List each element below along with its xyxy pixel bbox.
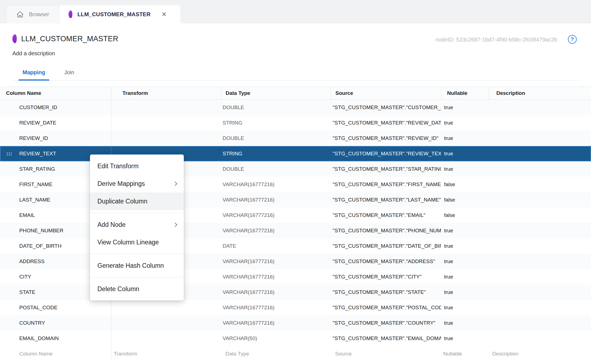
menu-group: Delete Column [90, 277, 184, 300]
menu-item-generate-hash-column[interactable]: Generate Hash Column [90, 257, 184, 274]
source-cell: "STG_CUSTOMER_MASTER"."LAST_NAME" [331, 192, 441, 208]
chevron-right-icon [173, 222, 177, 227]
table-row[interactable]: STAR_RATING DOUBLE "STG_CUSTOMER_MASTER"… [0, 161, 591, 177]
table-row[interactable]: POSTAL_CODE VARCHAR(16777216) "STG_CUSTO… [0, 300, 591, 315]
menu-item-view-column-lineage[interactable]: View Column Lineage [90, 233, 184, 251]
transform-cell[interactable] [111, 331, 221, 346]
table-row[interactable]: CITY VARCHAR(16777216) "STG_CUSTOMER_MAS… [0, 269, 591, 285]
description-cell[interactable] [489, 192, 591, 208]
nullable-cell[interactable]: false [441, 208, 489, 223]
tab-mapping[interactable]: Mapping [18, 65, 49, 80]
description-cell[interactable] [489, 238, 591, 254]
nullable-cell[interactable]: true [441, 115, 489, 131]
source-cell: "STG_CUSTOMER_MASTER"."COUNTRY" [331, 315, 441, 331]
transform-cell[interactable] [111, 131, 221, 146]
column-header-transform[interactable]: Transform [111, 87, 221, 100]
nullable-cell[interactable]: true [441, 254, 489, 269]
column-name-text: LAST_NAME [19, 197, 50, 203]
tab-join[interactable]: Join [60, 65, 78, 80]
column-header-column-name[interactable]: Column Name [0, 87, 111, 100]
transform-cell[interactable] [111, 315, 221, 331]
column-header-data-type[interactable]: Data Type [221, 87, 331, 100]
description-cell[interactable] [489, 208, 591, 223]
tab-label: LLM_CUSTOMER_MASTER [77, 11, 151, 18]
column-name-text: REVIEW_DATE [19, 120, 56, 126]
menu-item-delete-column[interactable]: Delete Column [90, 280, 184, 298]
tab-browser[interactable]: Browser [6, 5, 59, 23]
description-cell[interactable] [489, 146, 591, 161]
source-cell: "STG_CUSTOMER_MASTER"."CITY" [331, 269, 441, 285]
nullable-cell[interactable]: true [441, 146, 489, 161]
nullable-cell[interactable]: true [441, 315, 489, 331]
column-name-cell: EMAIL_DOMAIN [0, 331, 111, 346]
help-icon[interactable]: ? [568, 35, 577, 44]
column-name-text: STATE [19, 289, 35, 295]
description-cell[interactable] [489, 331, 591, 346]
source-cell: "STG_CUSTOMER_MASTER"."EMAIL_DOMAIN" [331, 331, 441, 346]
table-row[interactable]: DATE_OF_BIRTH DATE "STG_CUSTOMER_MASTER"… [0, 238, 591, 254]
table-row[interactable]: CUSTOMER_ID DOUBLE "STG_CUSTOMER_MASTER"… [0, 100, 591, 115]
nullable-cell[interactable]: true [441, 223, 489, 238]
description-cell[interactable] [489, 285, 591, 300]
description-cell[interactable] [489, 254, 591, 269]
source-cell: "STG_CUSTOMER_MASTER"."DATE_OF_BIRTH" [331, 238, 441, 254]
ghost-row[interactable]: Column Name Transform Data Type Source N… [0, 346, 591, 362]
data-type-cell: VARCHAR(16777216) [221, 177, 331, 192]
close-icon[interactable]: ✕ [162, 11, 167, 18]
description-cell[interactable] [489, 269, 591, 285]
chevron-right-icon [173, 181, 177, 186]
table-row[interactable]: LAST_NAME VARCHAR(16777216) "STG_CUSTOME… [0, 192, 591, 208]
description-cell[interactable] [489, 161, 591, 177]
description-cell[interactable] [489, 223, 591, 238]
table-row[interactable]: REVIEW_TEXT STRING "STG_CUSTOMER_MASTER"… [0, 146, 591, 161]
table-row[interactable]: REVIEW_DATE STRING "STG_CUSTOMER_MASTER"… [0, 115, 591, 131]
menu-item-edit-transform[interactable]: Edit Transform [90, 157, 184, 175]
drag-handle-icon[interactable] [6, 152, 12, 156]
menu-item-duplicate-column[interactable]: Duplicate Column [90, 192, 184, 210]
node-icon [12, 34, 17, 43]
source-cell: "STG_CUSTOMER_MASTER"."PHONE_NUMBER" [331, 223, 441, 238]
table-header-row: Column Name Transform Data Type Source N… [0, 87, 591, 100]
table-row[interactable]: STATE VARCHAR(16777216) "STG_CUSTOMER_MA… [0, 285, 591, 300]
table-row[interactable]: PHONE_NUMBER VARCHAR(16777216) "STG_CUST… [0, 223, 591, 238]
description-cell[interactable] [489, 300, 591, 315]
transform-cell[interactable] [111, 100, 221, 115]
column-header-source[interactable]: Source [331, 87, 441, 100]
nullable-cell[interactable]: false [441, 177, 489, 192]
nullable-cell[interactable]: true [441, 269, 489, 285]
table-row[interactable]: COUNTRY VARCHAR(16777216) "STG_CUSTOMER_… [0, 315, 591, 331]
transform-cell[interactable] [111, 300, 221, 315]
nullable-cell[interactable]: true [441, 131, 489, 146]
description-cell[interactable] [489, 131, 591, 146]
home-icon [16, 11, 24, 18]
nullable-cell[interactable]: true [441, 238, 489, 254]
table-row[interactable]: REVIEW_ID DOUBLE "STG_CUSTOMER_MASTER"."… [0, 131, 591, 146]
ghost-column-name: Column Name [0, 346, 111, 362]
table-row[interactable]: EMAIL_DOMAIN VARCHAR(50) "STG_CUSTOMER_M… [0, 331, 591, 346]
nullable-cell[interactable]: true [441, 285, 489, 300]
data-type-cell: DOUBLE [221, 161, 331, 177]
transform-cell[interactable] [111, 115, 221, 131]
description-placeholder[interactable]: Add a description [12, 50, 579, 57]
nullable-cell[interactable]: true [441, 100, 489, 115]
tab-llm-customer-master[interactable]: LLM_CUSTOMER_MASTER ✕ [59, 5, 180, 23]
description-cell[interactable] [489, 177, 591, 192]
column-header-description[interactable]: Description [489, 87, 591, 100]
nullable-cell[interactable]: false [441, 192, 489, 208]
nullable-cell[interactable]: true [441, 300, 489, 315]
menu-item-derive-mappings[interactable]: Derive Mappings [90, 175, 184, 192]
menu-item-label: Generate Hash Column [97, 262, 164, 269]
nullable-cell[interactable]: true [441, 161, 489, 177]
column-name-text: COUNTRY [19, 320, 45, 326]
column-header-nullable[interactable]: Nullable [441, 87, 489, 100]
nullable-cell[interactable]: true [441, 331, 489, 346]
data-type-cell: VARCHAR(16777216) [221, 269, 331, 285]
table-row[interactable]: ADDRESS VARCHAR(16777216) "STG_CUSTOMER_… [0, 254, 591, 269]
description-cell[interactable] [489, 115, 591, 131]
description-cell[interactable] [489, 100, 591, 115]
table-row[interactable]: FIRST_NAME VARCHAR(16777216) "STG_CUSTOM… [0, 177, 591, 192]
table-row[interactable]: EMAIL VARCHAR(16777216) "STG_CUSTOMER_MA… [0, 208, 591, 223]
menu-item-add-node[interactable]: Add Node [90, 216, 184, 233]
description-cell[interactable] [489, 315, 591, 331]
source-cell: "STG_CUSTOMER_MASTER"."FIRST_NAME" [331, 177, 441, 192]
